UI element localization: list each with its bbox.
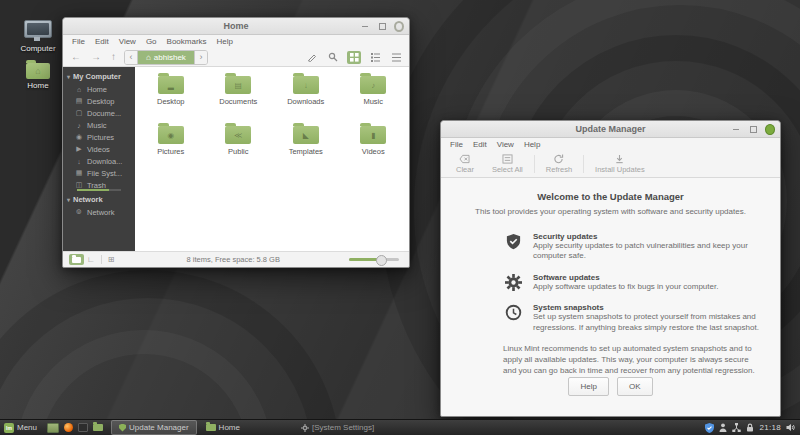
edit-location-icon[interactable] xyxy=(305,51,319,64)
slider-fill xyxy=(349,258,378,261)
folder-item[interactable]: ♪ Music xyxy=(340,73,408,123)
icon-zoom-slider[interactable] xyxy=(349,258,399,261)
sidebar-item[interactable]: ♪ Music xyxy=(63,119,135,131)
sidebar-item-label: Videos xyxy=(87,145,110,154)
network-icon[interactable] xyxy=(732,423,741,432)
terminal-launcher[interactable] xyxy=(78,423,88,432)
toggle-places-button[interactable] xyxy=(69,254,84,265)
folder-label: Documents xyxy=(205,97,273,106)
folder-label: Downloads xyxy=(272,97,340,106)
forward-button[interactable]: → xyxy=(89,52,103,62)
folder-item[interactable]: ◉ Pictures xyxy=(137,123,205,173)
volume-icon[interactable] xyxy=(786,423,795,432)
menu-item[interactable]: File xyxy=(445,140,468,149)
menu-item[interactable]: Edit xyxy=(468,140,492,149)
file-manager-titlebar[interactable]: Home xyxy=(63,18,409,35)
menu-item[interactable]: View xyxy=(492,140,519,149)
mint-menu-icon: lm xyxy=(4,423,14,433)
sidebar-item[interactable]: ◉ Pictures xyxy=(63,131,135,143)
show-desktop-button[interactable] xyxy=(47,423,59,433)
show-hidden-button[interactable]: ⊞ xyxy=(105,255,118,264)
minimize-button[interactable] xyxy=(360,21,370,31)
folder-item[interactable]: ▮ Videos xyxy=(340,123,408,173)
desktop-icon-home[interactable]: Home xyxy=(12,60,64,90)
file-manager-statusbar: ∟ ⊞ 8 items, Free space: 5.8 GB xyxy=(63,251,409,267)
sidebar-item[interactable]: ▢ Docume... xyxy=(63,107,135,119)
feature-description: Apply software updates to fix bugs in yo… xyxy=(533,282,768,292)
breadcrumb-left-chevron[interactable]: ‹ xyxy=(125,51,137,64)
menu-item[interactable]: Help xyxy=(519,140,545,149)
folder-item[interactable]: ▤ Documents xyxy=(205,73,273,123)
sidebar-item[interactable]: ▦ File Syst... xyxy=(63,167,135,179)
back-button[interactable]: ← xyxy=(69,52,83,62)
sidebar-section-my-computer[interactable]: My Computer xyxy=(63,70,135,83)
folder-emblem: ▮ xyxy=(360,126,386,144)
taskbar-window-system-settings[interactable]: [System Settings] xyxy=(294,421,381,434)
clear-button[interactable]: Clear xyxy=(447,151,483,177)
up-button[interactable]: ↑ xyxy=(109,52,118,62)
firefox-launcher[interactable] xyxy=(64,423,73,432)
filesystem-usage-bar xyxy=(77,189,121,191)
select-all-button[interactable]: Select All xyxy=(483,151,532,177)
taskbar-window-home[interactable]: Home xyxy=(199,421,247,434)
list-view-button[interactable] xyxy=(389,51,403,64)
sidebar-section-network[interactable]: Network xyxy=(63,193,135,206)
refresh-button[interactable]: Refresh xyxy=(537,151,581,177)
sidebar-item[interactable]: ▤ Desktop xyxy=(63,95,135,107)
search-icon[interactable] xyxy=(326,51,340,64)
folder-item[interactable]: ◣ Templates xyxy=(272,123,340,173)
sidebar-item[interactable]: ⊚ Network xyxy=(63,206,135,218)
feature-title: System snapshots xyxy=(533,303,768,312)
folder-emblem: ≪ xyxy=(225,126,251,144)
sidebar-section-label: Network xyxy=(73,195,103,204)
slider-handle[interactable] xyxy=(376,255,387,266)
help-button[interactable]: Help xyxy=(568,377,608,396)
folder-item[interactable]: ≪ Public xyxy=(205,123,273,173)
taskbar-window-update-manager[interactable]: Update Manager xyxy=(111,420,197,435)
sidebar-item[interactable]: ▶ Videos xyxy=(63,143,135,155)
folder-icon: ◣ xyxy=(293,126,319,144)
files-icon xyxy=(93,424,103,431)
toolbar-button-label: Select All xyxy=(492,165,523,174)
gear-icon xyxy=(503,273,523,292)
menu-item[interactable]: File xyxy=(67,37,90,46)
sidebar-item[interactable]: ⌂ Home xyxy=(63,83,135,95)
folder-item[interactable]: ▂ Desktop xyxy=(137,73,205,123)
files-launcher[interactable] xyxy=(93,424,103,431)
menu-button[interactable]: lm Menu xyxy=(0,420,43,435)
menu-item[interactable]: Go xyxy=(141,37,162,46)
folder-label: Templates xyxy=(272,147,340,156)
updates-available-icon[interactable] xyxy=(705,423,714,433)
maximize-button[interactable] xyxy=(748,124,758,134)
home-folder-icon xyxy=(26,63,50,79)
update-manager-titlebar[interactable]: Update Manager xyxy=(441,121,780,138)
folder-item[interactable]: ↓ Downloads xyxy=(272,73,340,123)
clock[interactable]: 21:18 xyxy=(759,423,781,432)
menu-item[interactable]: Bookmarks xyxy=(162,37,212,46)
menu-item[interactable]: View xyxy=(114,37,141,46)
maximize-button[interactable] xyxy=(377,21,387,31)
compact-view-button[interactable] xyxy=(368,51,382,64)
folder-emblem: ▂ xyxy=(158,76,184,94)
menu-item[interactable]: Edit xyxy=(90,37,114,46)
breadcrumb-current[interactable]: ⌂ abhishek xyxy=(137,51,195,64)
user-applet-icon[interactable] xyxy=(719,423,727,432)
folder-icon: ≪ xyxy=(225,126,251,144)
sidebar-item-icon: ▤ xyxy=(75,97,83,105)
grid-view-button[interactable] xyxy=(347,51,361,64)
toolbar-button-label: Clear xyxy=(456,165,474,174)
close-button[interactable] xyxy=(765,124,775,134)
feature-description: Set up system snapshots to protect yours… xyxy=(533,312,768,333)
sidebar-item[interactable]: ↓ Downloa... xyxy=(63,155,135,167)
toggle-treeview-button[interactable]: ∟ xyxy=(84,255,98,264)
desktop-icon-computer[interactable]: Computer xyxy=(12,20,64,53)
close-button[interactable] xyxy=(394,21,404,31)
minimize-button[interactable] xyxy=(731,124,741,134)
lock-keyboard-icon[interactable] xyxy=(746,423,754,432)
install-updates-button[interactable]: Install Updates xyxy=(586,151,654,177)
menu-item[interactable]: Help xyxy=(212,37,238,46)
breadcrumb-right-chevron[interactable]: › xyxy=(195,51,207,64)
desktop-icon-label: Computer xyxy=(12,44,64,53)
ok-button[interactable]: OK xyxy=(617,377,653,396)
folder-label: Desktop xyxy=(137,97,205,106)
